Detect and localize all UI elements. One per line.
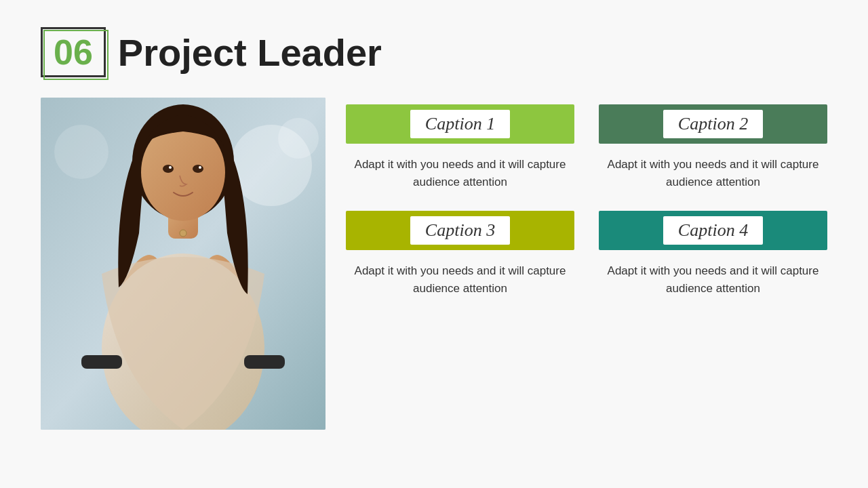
caption-3-text: Adapt it with you needs and it will capt…: [346, 262, 574, 298]
svg-point-12: [169, 166, 172, 169]
caption-3-label: Caption 3: [425, 220, 495, 240]
svg-point-13: [199, 166, 201, 169]
caption-4-label-box: Caption 4: [663, 216, 763, 245]
caption-1-text: Adapt it with you needs and it will capt…: [346, 156, 574, 192]
svg-point-10: [163, 165, 174, 173]
slide-number: 06: [54, 33, 93, 72]
caption-item-1: Caption 1 Adapt it with you needs and it…: [346, 104, 574, 192]
header: 06 Project Leader: [41, 27, 827, 77]
main-content: Caption 1 Adapt it with you needs and it…: [41, 98, 827, 430]
svg-rect-16: [244, 355, 285, 369]
caption-item-3: Caption 3 Adapt it with you needs and it…: [346, 211, 574, 298]
caption-2-header: Caption 2: [599, 104, 827, 144]
caption-2-label: Caption 2: [678, 114, 748, 134]
svg-point-2: [278, 118, 319, 159]
caption-1-label: Caption 1: [425, 114, 495, 134]
caption-3-label-box: Caption 3: [410, 216, 510, 245]
slide: 06 Project Leader: [0, 0, 868, 488]
caption-1-label-box: Caption 1: [410, 110, 510, 138]
page-title: Project Leader: [118, 30, 382, 75]
caption-4-header: Caption 4: [599, 211, 827, 250]
caption-2-text: Adapt it with you needs and it will capt…: [599, 156, 827, 192]
svg-rect-15: [81, 355, 122, 369]
person-illustration: [41, 98, 326, 430]
svg-point-11: [193, 165, 203, 173]
captions-grid: Caption 1 Adapt it with you needs and it…: [346, 98, 827, 298]
caption-item-2: Caption 2 Adapt it with you needs and it…: [599, 104, 827, 192]
caption-2-label-box: Caption 2: [663, 110, 763, 138]
svg-point-3: [54, 125, 108, 179]
caption-4-label: Caption 4: [678, 220, 748, 240]
caption-item-4: Caption 4 Adapt it with you needs and it…: [599, 211, 827, 298]
leader-photo: [41, 98, 326, 430]
slide-number-box: 06: [41, 27, 106, 77]
caption-3-header: Caption 3: [346, 211, 574, 250]
caption-1-header: Caption 1: [346, 104, 574, 144]
caption-4-text: Adapt it with you needs and it will capt…: [599, 262, 827, 298]
svg-point-14: [180, 230, 186, 237]
